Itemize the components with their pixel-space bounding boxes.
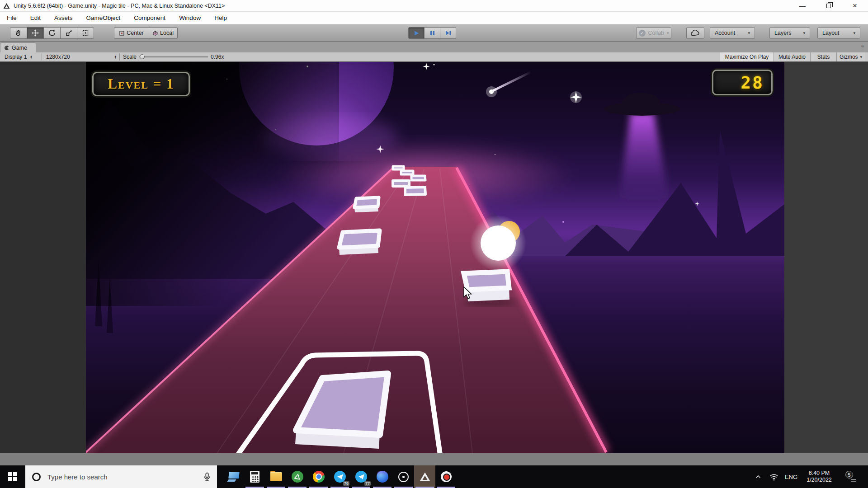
tray-expand-chevron[interactable] [751, 465, 765, 488]
record-dot-icon [441, 471, 452, 482]
cloud-icon [691, 30, 700, 36]
tray-network[interactable] [767, 465, 781, 488]
status-strip [0, 453, 868, 465]
tile[interactable] [339, 230, 380, 255]
menu-edit[interactable]: Edit [24, 12, 47, 24]
tray-action-center[interactable]: 5 [839, 465, 859, 488]
taskbar-app-telegram-1[interactable]: 76 [329, 465, 350, 488]
menu-gameobject[interactable]: GameObject [80, 12, 127, 24]
scale-control: Scale 0.96x [123, 52, 224, 61]
game-view-left-gutter [0, 62, 86, 453]
play-button[interactable] [408, 27, 425, 39]
wifi-icon [769, 473, 778, 481]
taskbar-app-calculator[interactable] [244, 465, 265, 488]
tile[interactable] [393, 181, 409, 186]
menu-component[interactable]: Component [127, 12, 172, 24]
taskbar-app-green[interactable] [287, 465, 308, 488]
pivot-icon [119, 31, 124, 36]
gizmos-dropdown[interactable]: Gizmos▾ [836, 52, 865, 61]
stepper-icon: ▲▼ [30, 55, 32, 59]
calculator-icon [250, 471, 259, 483]
step-button[interactable] [440, 27, 456, 39]
move-tool-button[interactable] [27, 27, 44, 39]
tray-language[interactable]: ENG [781, 465, 801, 488]
game-view-area: Level = 1 28 [0, 62, 868, 453]
mute-audio-toggle[interactable]: Mute Audio [774, 52, 810, 61]
scale-tool-button[interactable] [60, 27, 77, 39]
taskbar-search[interactable] [25, 465, 217, 488]
collab-button[interactable]: ✓ Collab ▾ [636, 27, 671, 39]
score-badge: 28 [712, 70, 773, 95]
play-icon [414, 30, 420, 36]
score-value: 28 [741, 73, 771, 93]
tile[interactable] [405, 187, 425, 195]
tile[interactable] [411, 176, 425, 180]
cloud-button[interactable] [686, 27, 704, 39]
tab-row: Game ≡ [0, 42, 868, 52]
stats-toggle[interactable]: Stats [810, 52, 836, 61]
hand-tool-button[interactable] [10, 27, 27, 39]
unity-icon [420, 472, 430, 482]
game-view-right-gutter [784, 62, 868, 453]
notification-count-badge: 5 [845, 471, 853, 479]
rect-tool-button[interactable] [77, 27, 94, 39]
collab-check-icon: ✓ [639, 30, 646, 37]
pause-icon [430, 30, 435, 36]
pivot-local-button[interactable]: Local [149, 27, 178, 39]
taskbar-app-recorder[interactable] [393, 465, 414, 488]
taskbar-app-pc[interactable] [223, 465, 244, 488]
cortana-icon [32, 473, 41, 481]
resolution-dropdown[interactable]: 1280x720 ▲▼ [46, 52, 117, 61]
taskbar-app-file-explorer[interactable] [265, 465, 287, 488]
tile[interactable] [463, 272, 515, 306]
taskbar-app-recording[interactable] [435, 465, 457, 488]
tab-game[interactable]: Game [0, 42, 36, 52]
pause-button[interactable] [424, 27, 440, 39]
rotate-tool-button[interactable] [43, 27, 61, 39]
layout-dropdown[interactable]: Layout▾ [817, 27, 860, 39]
folder-icon [270, 472, 282, 481]
tile[interactable] [354, 197, 379, 212]
restore-button[interactable] [816, 0, 842, 12]
tray-clock[interactable]: 6:40 PM 1/20/2022 [803, 465, 835, 488]
scale-slider[interactable] [139, 56, 208, 57]
taskbar-app-telegram-2[interactable]: 77 [350, 465, 372, 488]
tile[interactable] [401, 171, 413, 174]
rotate-icon [48, 29, 56, 37]
pivot-center-button[interactable]: Center [114, 27, 149, 39]
menu-help[interactable]: Help [208, 12, 234, 24]
account-dropdown[interactable]: Account▾ [710, 27, 755, 39]
unread-badge: 76 [343, 481, 349, 486]
search-input[interactable] [47, 473, 203, 481]
unity-logo-icon [3, 3, 10, 9]
tab-context-menu-icon[interactable]: ≡ [861, 42, 864, 49]
rect-transform-icon [82, 29, 89, 37]
tile[interactable] [393, 166, 404, 169]
taskbar-app-chrome[interactable] [308, 465, 329, 488]
taskbar-apps: 76 77 [223, 465, 457, 488]
close-button[interactable]: × [842, 0, 868, 12]
game-tab-icon [4, 45, 9, 51]
unity-editor-window: Unity 5.6.6f2 (64bit) - Game.unity - Mag… [0, 0, 868, 488]
layers-dropdown[interactable]: Layers▾ [769, 27, 810, 39]
display-dropdown[interactable]: Display 1 ▲▼ [5, 52, 33, 61]
maximize-on-play-toggle[interactable]: Maximize On Play [720, 52, 774, 61]
ball [470, 215, 526, 271]
start-button[interactable] [0, 465, 25, 488]
chrome-icon [313, 471, 325, 483]
stepper-icon: ▲▼ [114, 55, 117, 59]
scale-label: Scale [123, 54, 137, 60]
microphone-icon[interactable] [203, 472, 211, 482]
taskbar-app-firefox[interactable] [372, 465, 393, 488]
taskbar-app-unity[interactable] [414, 465, 435, 488]
minimize-button[interactable]: — [789, 0, 816, 12]
scale-slider-thumb[interactable] [140, 54, 145, 59]
menu-window[interactable]: Window [172, 12, 208, 24]
computer-icon [228, 472, 240, 482]
menu-file[interactable]: File [0, 12, 24, 24]
menu-assets[interactable]: Assets [47, 12, 80, 24]
tray-time: 6:40 PM [809, 470, 830, 477]
game-viewport[interactable]: Level = 1 28 [86, 62, 784, 453]
main-toolbar: Center Local ✓ Collab ▾ [0, 24, 868, 42]
step-icon [445, 30, 451, 36]
